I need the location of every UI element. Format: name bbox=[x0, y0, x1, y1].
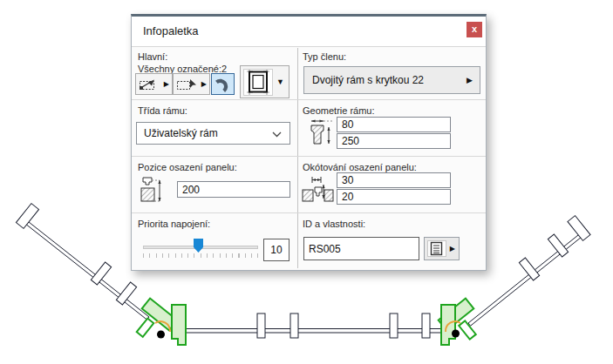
priority-value-input[interactable] bbox=[263, 239, 289, 261]
panel-position-icon bbox=[138, 175, 164, 205]
gravity-magnet-button[interactable] bbox=[211, 73, 235, 95]
frame-class-combobox[interactable]: Uživatelský rám bbox=[136, 122, 290, 145]
palette-title: Infopaletka bbox=[143, 24, 199, 37]
panel-position-label: Pozice osazení panelu: bbox=[138, 162, 237, 172]
rail-post[interactable] bbox=[290, 313, 298, 338]
frame-type-button[interactable]: ▼ bbox=[240, 65, 289, 98]
row-divider bbox=[132, 212, 486, 213]
priority-slider-thumb[interactable] bbox=[194, 239, 203, 253]
frame-class-value: Uživatelský rám bbox=[144, 127, 218, 139]
panel-offset-icon bbox=[302, 173, 334, 206]
magnet-icon bbox=[214, 76, 233, 93]
panel-position-input[interactable] bbox=[177, 181, 290, 198]
element-id-input[interactable] bbox=[303, 237, 419, 260]
flyout-arrow-icon: ▶ bbox=[164, 81, 169, 88]
combo-chevron-icon bbox=[272, 131, 283, 138]
flyout-arrow-icon: ▶ bbox=[467, 77, 473, 84]
frame-type-icon-box bbox=[243, 69, 273, 96]
rail-post[interactable] bbox=[257, 313, 265, 338]
connection-priority-label: Priorita napojení: bbox=[138, 219, 210, 229]
flyout-arrow-icon: ▶ bbox=[450, 246, 455, 253]
frame-type-icon bbox=[244, 70, 272, 95]
row-divider bbox=[132, 156, 486, 157]
close-icon: x bbox=[472, 24, 477, 34]
hotspot-dot[interactable] bbox=[157, 331, 165, 339]
frame-depth-input[interactable] bbox=[337, 133, 451, 149]
member-type-value: Dvojitý rám s krytkou 22 bbox=[312, 74, 424, 86]
rail-horizontal[interactable] bbox=[183, 329, 443, 334]
member-type-label: Typ členu: bbox=[303, 51, 346, 62]
panel-offset-top-input[interactable] bbox=[337, 172, 451, 188]
frame-width-input[interactable] bbox=[337, 117, 451, 132]
app-window: Infopaletka x Hlavní: Všechny označené:2… bbox=[0, 0, 613, 364]
hotspot-dot[interactable] bbox=[452, 330, 460, 338]
panel-offset-label: Okótování osazení panelu: bbox=[303, 162, 417, 172]
frame-geometry-icon bbox=[307, 116, 335, 149]
properties-button[interactable]: ▶ bbox=[424, 237, 460, 260]
panel-offset-bottom-input[interactable] bbox=[337, 189, 451, 205]
row-divider bbox=[132, 99, 486, 100]
dropdown-arrow-icon: ▼ bbox=[276, 78, 284, 86]
close-button[interactable]: x bbox=[467, 22, 482, 37]
column-divider bbox=[297, 48, 298, 268]
marquee-tool-icon bbox=[175, 77, 200, 92]
flyout-arrow-icon: ▶ bbox=[201, 81, 207, 88]
rail-post[interactable] bbox=[422, 313, 430, 338]
marquee-settings-button[interactable]: ▶ bbox=[173, 73, 210, 95]
select-tool-icon bbox=[138, 77, 162, 92]
infopaletka-palette: Infopaletka x Hlavní: Všechny označené:2… bbox=[131, 14, 487, 271]
member-type-dropdown[interactable]: Dvojitý rám s krytkou 22 ▶ bbox=[303, 66, 480, 94]
properties-icon-box bbox=[427, 240, 446, 257]
rail-post[interactable] bbox=[390, 313, 398, 338]
main-section-label: Hlavní: bbox=[138, 51, 167, 62]
palette-titlebar[interactable]: Infopaletka x bbox=[132, 17, 486, 47]
priority-slider-ticks bbox=[143, 253, 259, 258]
selected-frame-left[interactable] bbox=[137, 299, 186, 345]
frame-geometry-label: Geometrie rámu: bbox=[303, 105, 375, 116]
id-properties-label: ID a vlastnosti: bbox=[303, 219, 365, 229]
frame-class-label: Třída rámu: bbox=[138, 105, 187, 116]
properties-list-icon bbox=[430, 241, 444, 256]
select-settings-button[interactable]: ▶ bbox=[135, 73, 173, 95]
